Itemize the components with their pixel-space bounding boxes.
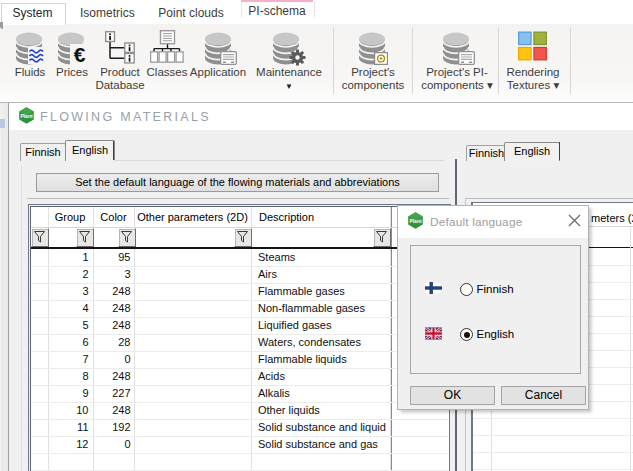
svg-text:Plant: Plant	[409, 218, 422, 224]
svg-text:Plant: Plant	[20, 113, 33, 119]
